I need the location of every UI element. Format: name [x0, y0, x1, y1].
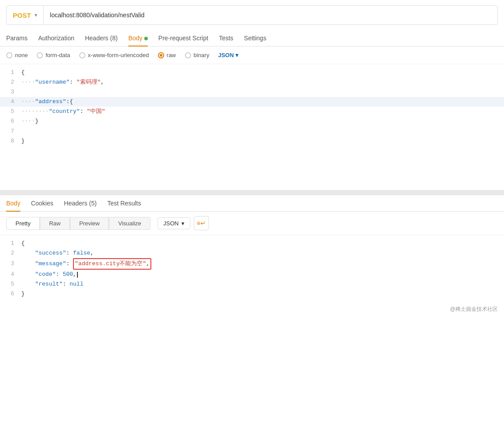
resp-line-1: 1 { — [0, 239, 504, 248]
wrap-icon: ≡↵ — [197, 220, 206, 226]
req-linenum-7: 7 — [0, 127, 21, 136]
method-label: POST — [13, 12, 31, 19]
req-linenum-6: 6 — [0, 116, 21, 126]
format-tabs-row: Pretty Raw Preview Visualize JSON ▾ ≡↵ — [0, 212, 504, 235]
req-line-8: 8 } — [0, 136, 504, 146]
response-tabs: Body Cookies Headers (5) Test Results — [0, 195, 504, 212]
resp-code-4: "code": 500, — [21, 270, 504, 279]
json-dropdown-icon: ▾ — [235, 52, 239, 58]
fmt-tab-visualize[interactable]: Visualize — [109, 217, 150, 230]
resp-code-1: { — [21, 239, 504, 248]
watermark: @稀土掘金技术社区 — [0, 303, 504, 316]
message-highlight-box: "address.city不能为空", — [73, 258, 151, 270]
resp-tab-test-results[interactable]: Test Results — [107, 195, 141, 211]
request-code-editor[interactable]: 1 { 2 ····"username": "索码理", 3 4 ····"ad… — [0, 64, 504, 193]
response-json-dropdown[interactable]: JSON ▾ — [158, 217, 190, 229]
resp-json-label: JSON — [163, 220, 179, 227]
resp-json-chevron: ▾ — [181, 220, 185, 227]
url-input[interactable] — [44, 12, 497, 19]
wrap-button[interactable]: ≡↵ — [194, 216, 209, 230]
tab-params[interactable]: Params — [6, 30, 27, 46]
radio-urlencoded-circle — [79, 52, 85, 58]
fmt-tab-raw[interactable]: Raw — [40, 217, 70, 230]
request-tabs: Params Authorization Headers (8) Body Pr… — [0, 30, 504, 46]
resp-linenum-6: 6 — [0, 289, 21, 299]
req-linenum-8: 8 — [0, 136, 21, 146]
body-type-binary-label: binary — [194, 52, 209, 58]
resp-code-3: "message": "address.city不能为空", — [21, 258, 504, 270]
body-type-raw-label: raw — [167, 52, 176, 58]
resp-code-2: "success": false, — [21, 248, 504, 258]
method-dropdown-icon: ▾ — [35, 12, 37, 18]
fmt-tab-preview[interactable]: Preview — [70, 217, 109, 230]
req-code-2: ····"username": "索码理", — [21, 77, 504, 87]
resp-headers-label: Headers (5) — [64, 200, 97, 207]
radio-raw-circle — [158, 52, 164, 58]
req-code-6: ····} — [21, 116, 504, 126]
json-label: JSON — [218, 52, 234, 58]
req-line-1: 1 { — [0, 68, 504, 77]
body-type-none-label: none — [15, 52, 28, 58]
body-type-raw[interactable]: raw — [158, 52, 176, 58]
tab-settings[interactable]: Settings — [244, 30, 266, 46]
resp-tab-body[interactable]: Body — [6, 195, 20, 211]
body-type-urlencoded-label: x-www-form-urlencoded — [88, 52, 149, 58]
fmt-tab-pretty[interactable]: Pretty — [6, 217, 40, 230]
body-type-binary[interactable]: binary — [185, 52, 209, 58]
req-linenum-3: 3 — [0, 87, 21, 97]
resp-code-5: "result": null — [21, 279, 504, 289]
body-type-row: none form-data x-www-form-urlencoded raw… — [0, 46, 504, 64]
tab-body[interactable]: Body — [128, 30, 148, 46]
req-line-4: 4 ····"address":{ — [0, 97, 504, 107]
tab-pre-request[interactable]: Pre-request Script — [158, 30, 208, 46]
body-type-formdata[interactable]: form-data — [37, 52, 70, 58]
req-code-4: ····"address":{ — [21, 97, 504, 107]
resp-line-6: 6 } — [0, 289, 504, 299]
req-linenum-4: 4 — [0, 97, 21, 107]
response-code-editor: 1 { 2 "success": false, 3 "message": "ad… — [0, 235, 504, 303]
body-active-dot — [144, 37, 148, 40]
body-type-urlencoded[interactable]: x-www-form-urlencoded — [79, 52, 149, 58]
format-tab-group: Pretty Raw Preview Visualize — [6, 217, 150, 230]
req-code-1: { — [21, 68, 504, 77]
resp-line-2: 2 "success": false, — [0, 248, 504, 258]
req-line-3: 3 — [0, 87, 504, 97]
resp-line-5: 5 "result": null — [0, 279, 504, 289]
req-line-7: 7 — [0, 127, 504, 136]
resp-linenum-1: 1 — [0, 239, 21, 248]
req-line-6: 6 ····} — [0, 116, 504, 126]
tab-authorization[interactable]: Authorization — [38, 30, 74, 46]
url-bar: POST ▾ — [6, 5, 498, 25]
resp-linenum-5: 5 — [0, 279, 21, 289]
json-format-dropdown[interactable]: JSON ▾ — [218, 52, 239, 58]
resp-tab-headers[interactable]: Headers (5) — [64, 195, 97, 211]
req-linenum-2: 2 — [0, 77, 21, 87]
radio-formdata-circle — [37, 52, 43, 58]
body-type-formdata-label: form-data — [46, 52, 70, 58]
tab-tests[interactable]: Tests — [219, 30, 234, 46]
req-line-2: 2 ····"username": "索码理", — [0, 77, 504, 87]
req-linenum-5: 5 — [0, 107, 21, 116]
method-selector[interactable]: POST ▾ — [7, 6, 44, 24]
req-linenum-1: 1 — [0, 68, 21, 77]
resp-linenum-2: 2 — [0, 248, 21, 258]
resp-tab-cookies[interactable]: Cookies — [31, 195, 54, 211]
resp-linenum-3: 3 — [0, 259, 21, 269]
resp-line-4: 4 "code": 500, — [0, 270, 504, 279]
tab-headers[interactable]: Headers (8) — [85, 30, 118, 46]
radio-none-circle — [6, 52, 12, 58]
radio-binary-circle — [185, 52, 191, 58]
watermark-text: @稀土掘金技术社区 — [450, 306, 498, 312]
req-code-8: } — [21, 136, 504, 146]
resp-linenum-4: 4 — [0, 270, 21, 279]
req-code-5: ········"country": "中国" — [21, 107, 504, 116]
body-type-none[interactable]: none — [6, 52, 28, 58]
resp-line-3: 3 "message": "address.city不能为空", — [0, 258, 504, 270]
text-cursor — [77, 272, 78, 278]
resp-code-6: } — [21, 289, 504, 299]
req-line-5: 5 ········"country": "中国" — [0, 107, 504, 116]
